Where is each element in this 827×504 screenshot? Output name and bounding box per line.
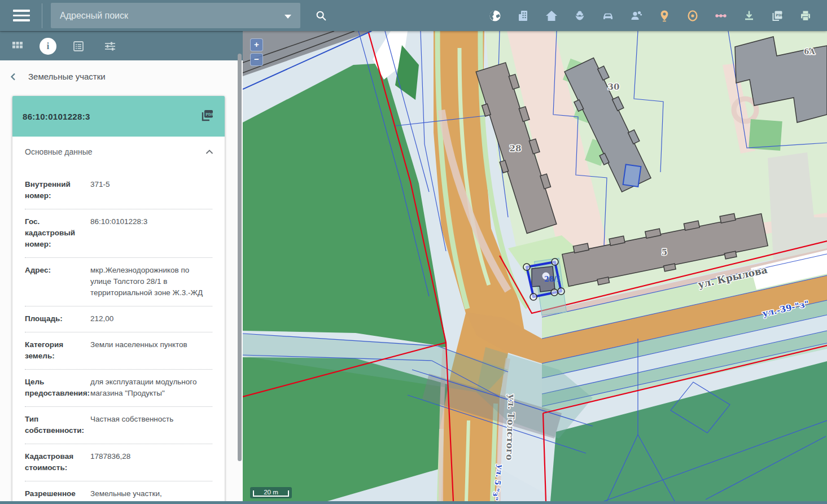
home-icon[interactable] (544, 8, 559, 23)
field-row: Тип собственности:Частная собственность (25, 407, 212, 444)
field-row: Гос. кадастровый номер:86:10:0101228:3 (25, 209, 212, 258)
field-row: Площадь:212,00 (25, 306, 212, 332)
tab-legend-list[interactable] (69, 37, 88, 56)
back-icon[interactable] (9, 72, 18, 81)
toolbar-icon-group: PDF (488, 0, 813, 31)
print-icon[interactable] (798, 8, 813, 23)
left-panel: i Земельные участки 86:10:0101228:3 PDF … (0, 31, 243, 501)
section-title: Основные данные (25, 147, 93, 156)
bottom-scrollbar[interactable] (0, 501, 827, 504)
zoom-out-button[interactable]: − (250, 53, 263, 66)
zoom-control: + − (250, 38, 263, 68)
pdf-export-icon[interactable]: PDF (770, 8, 785, 23)
field-row: Адрес:мкр.Железнодорожников по улице Тол… (25, 258, 212, 306)
panel-header: Земельные участки (0, 60, 243, 85)
top-toolbar: Адресный поиск (0, 0, 827, 31)
scale-label: 20 m (250, 489, 292, 496)
address-search-select[interactable]: Адресный поиск (51, 3, 300, 28)
pdf-report-icon[interactable]: PDF (200, 108, 215, 125)
route-dots-icon[interactable] (714, 8, 728, 23)
parcel-building-label: 28/1 (544, 275, 561, 283)
parcel-card: 86:10:0101228:3 PDF Основные данные Внут… (12, 96, 225, 501)
target-icon[interactable] (685, 8, 700, 23)
tab-filter-settings[interactable] (100, 37, 120, 56)
search-placeholder: Адресный поиск (60, 11, 128, 21)
search-icon[interactable] (314, 8, 329, 23)
worker-icon[interactable] (629, 8, 644, 23)
map-layers: 28 30 5 6А 28/1 ул. Крылова ул.-39-"з" у… (243, 31, 827, 501)
map-canvas[interactable]: 28 30 5 6А 28/1 ул. Крылова ул.-39-"з" у… (243, 31, 827, 501)
info-icon: i (47, 41, 49, 51)
panel-tabbar: i (0, 31, 243, 60)
scale-bar: 20 m (250, 487, 292, 498)
svg-text:PDF: PDF (776, 13, 784, 17)
tab-info[interactable]: i (40, 38, 56, 55)
building-label: 6А (804, 47, 815, 56)
location-pin-icon[interactable] (657, 8, 672, 23)
panel-scrollbar[interactable] (238, 54, 242, 461)
zoom-in-button[interactable]: + (250, 38, 263, 51)
car-icon[interactable] (601, 8, 615, 23)
toolbar-divider (42, 3, 42, 28)
field-row: Категория земель:Земли населенных пункто… (25, 332, 212, 370)
building-label: 5 (662, 247, 667, 257)
download-icon[interactable] (742, 8, 756, 23)
building-label: 30 (608, 82, 620, 92)
svg-text:PDF: PDF (205, 112, 214, 117)
tab-layers-grid[interactable] (8, 37, 27, 56)
buildings-icon[interactable] (516, 8, 531, 23)
chevron-up-icon[interactable] (205, 149, 213, 155)
parcel-card-header[interactable]: 86:10:0101228:3 PDF (12, 96, 225, 137)
field-rows: Внутренний номер:371-5 Гос. кадастровый … (12, 161, 225, 501)
flower-icon[interactable] (572, 8, 587, 23)
chevron-down-icon (285, 15, 291, 19)
field-row: Цель предоставления:для эксплуатации мод… (25, 370, 212, 407)
field-row: Разрешенное использование:Земельные учас… (25, 481, 212, 501)
building-label: 28 (510, 143, 522, 154)
parcel-card-body: Основные данные Внутренний номер:371-5 Г… (12, 137, 225, 501)
field-row: Кадастровая стоимость:1787836,28 (25, 444, 212, 481)
globe-icon[interactable] (488, 8, 502, 23)
menu-icon[interactable] (6, 5, 37, 27)
cadastral-number: 86:10:0101228:3 (23, 112, 90, 121)
section-main-data[interactable]: Основные данные (12, 137, 225, 161)
panel-title: Земельные участки (28, 72, 106, 81)
field-row: Внутренний номер:371-5 (25, 172, 212, 209)
